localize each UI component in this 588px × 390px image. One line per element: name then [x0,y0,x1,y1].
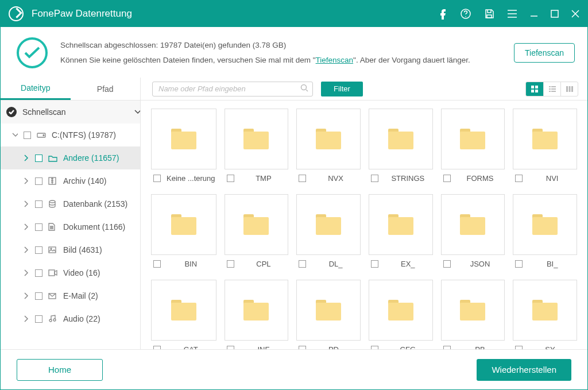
svg-rect-22 [549,91,551,92]
svg-point-12 [53,319,56,321]
folder-thumbnail [296,194,361,255]
tree-category[interactable]: Video (16) [1,261,140,284]
checkbox[interactable] [35,223,42,231]
folder-caption: FORMS [441,169,505,183]
checkbox[interactable] [35,246,42,254]
folder-card[interactable]: JSON [441,194,505,268]
drive-icon [37,132,46,138]
save-icon[interactable] [484,9,494,19]
checkbox[interactable] [35,200,42,208]
folder-card[interactable]: CFG [369,280,433,349]
app-title: FonePaw Datenrettung [32,8,132,20]
search-icon[interactable] [300,84,308,94]
checkmark-badge-icon [6,107,17,117]
tree-category[interactable]: Audio (22) [1,307,140,330]
folder-card[interactable]: NVX [296,109,361,183]
minimize-icon[interactable] [530,10,538,18]
summary-line1: Schnellscan abgeschlossen: 19787 Datei(e… [60,38,470,53]
main-area: Dateityp Pfad Schnellscan C:(NTFS) (1978… [1,78,587,349]
folder-card[interactable]: NVI [513,109,577,183]
facebook-icon[interactable] [438,8,447,20]
help-icon[interactable] [460,8,471,20]
folder-card[interactable]: EX_ [369,194,433,268]
view-list-icon[interactable] [543,82,560,96]
folder-card[interactable]: PB [441,280,505,349]
folder-card[interactable]: INF [225,280,289,349]
tree-drive[interactable]: C:(NTFS) (19787) [1,123,140,146]
folder-card[interactable]: BIN [151,194,216,268]
checkbox[interactable] [371,175,378,182]
folder-card[interactable]: SY_ [513,280,577,349]
checkbox[interactable] [371,260,378,268]
folder-card[interactable]: BI_ [513,194,577,268]
folder-thumbnail [441,194,505,255]
folder-thumbnail [296,280,361,341]
folder-card[interactable]: CPL [225,194,289,268]
svg-rect-18 [549,86,551,87]
chevron-right-icon [24,155,29,161]
folder-card[interactable]: DL_ [296,194,361,268]
folder-thumbnail [441,109,505,169]
view-columns-icon[interactable] [560,82,578,96]
archive-icon [48,177,57,185]
tree-category[interactable]: Bild (4631) [1,238,140,261]
folder-thumbnail [513,109,577,169]
checkbox[interactable] [24,132,31,139]
folder-caption: CFG [369,341,433,349]
checkbox[interactable] [35,269,42,277]
folder-label: FORMS [457,174,504,183]
tree-category[interactable]: Dokument (1166) [1,215,140,238]
tree-category[interactable]: Datenbank (2153) [1,192,140,215]
folder-caption: TMP [225,169,289,183]
checkbox[interactable] [227,260,234,268]
svg-rect-23 [551,91,556,92]
svg-point-1 [465,16,466,17]
search-input[interactable] [152,82,313,96]
filter-button[interactable]: Filter [321,82,363,96]
folder-card[interactable]: PD_ [296,280,361,349]
tree-schnellscan[interactable]: Schnellscan [1,101,140,123]
menu-icon[interactable] [507,9,517,18]
home-button[interactable]: Home [17,359,103,381]
folder-card[interactable]: STRINGS [369,109,433,183]
folder-label: BI_ [528,260,576,268]
content: Filter Keine ...terungTMPNVXSTRINGSFORMS… [141,78,587,349]
checkbox[interactable] [227,175,234,182]
recover-button[interactable]: Wiederherstellen [477,359,571,381]
folder-card[interactable]: FORMS [441,109,505,183]
titlebar: FonePaw Datenrettung [1,1,587,27]
folder-card[interactable]: Keine ...terung [151,109,216,183]
checkbox[interactable] [35,177,42,185]
checkbox[interactable] [443,175,451,182]
checkbox[interactable] [299,175,306,182]
folder-caption: PD_ [296,341,361,349]
checkbox[interactable] [515,260,523,268]
folder-card[interactable]: TMP [225,109,289,183]
category-label: Datenbank (2153) [63,199,127,208]
checkbox[interactable] [35,155,42,162]
tab-filetype[interactable]: Dateityp [1,78,71,100]
folder-label: CPL [240,260,288,268]
checkbox[interactable] [153,175,161,182]
checkbox[interactable] [153,260,161,268]
deepscan-button[interactable]: Tiefenscan [514,43,575,63]
svg-rect-19 [551,86,556,87]
checkbox[interactable] [299,260,306,268]
folder-card[interactable]: CAT [151,280,216,349]
close-icon[interactable] [571,10,579,18]
tree-category[interactable]: Andere (11657) [1,146,140,169]
checkbox[interactable] [515,175,523,182]
tab-path[interactable]: Pfad [71,78,141,100]
view-grid-icon[interactable] [526,82,543,96]
tree-category[interactable]: E-Mail (2) [1,284,140,307]
checkbox[interactable] [35,315,42,323]
database-icon [48,200,57,208]
checkbox[interactable] [443,260,451,268]
maximize-icon[interactable] [551,10,559,18]
tree: Schnellscan C:(NTFS) (19787) Andere (116… [1,101,140,349]
checkbox[interactable] [35,292,42,300]
footer: Home Wiederherstellen [1,349,587,389]
deepscan-link[interactable]: Tiefenscan [316,56,354,64]
folder-icon [316,214,341,235]
tree-category[interactable]: Archiv (140) [1,169,140,192]
